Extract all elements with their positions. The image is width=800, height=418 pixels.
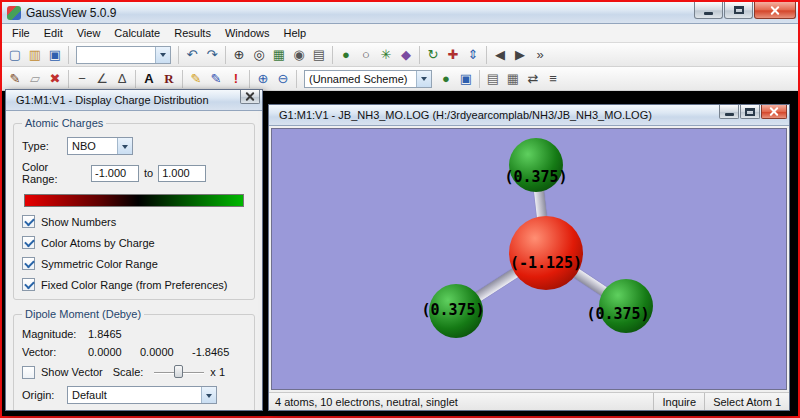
minimize-icon bbox=[704, 12, 713, 15]
molecule-maximize-button[interactable] bbox=[740, 105, 760, 119]
dialog-titlebar[interactable]: G1:M1:V1 - Display Charge Distribution bbox=[6, 90, 262, 111]
menu-edit[interactable]: Edit bbox=[37, 25, 70, 41]
main-window-title: GaussView 5.0.9 bbox=[26, 6, 693, 20]
dialog-close-button[interactable] bbox=[240, 90, 260, 104]
delete-atom-icon[interactable]: ✖ bbox=[45, 69, 65, 89]
toolbar-separator bbox=[182, 70, 183, 88]
next-frame-icon[interactable]: ▶ bbox=[510, 45, 530, 65]
dihedral-tool-icon[interactable]: Δ bbox=[112, 69, 132, 89]
window-maximize-button[interactable] bbox=[724, 2, 753, 19]
charge-type-label: Type: bbox=[22, 140, 62, 152]
open-file-icon[interactable]: ▥ bbox=[25, 45, 45, 65]
apply-scheme-icon[interactable]: ● bbox=[436, 69, 456, 89]
menu-windows[interactable]: Windows bbox=[218, 25, 277, 41]
checkbox-show-vector[interactable]: Show Vector bbox=[22, 366, 103, 379]
charge-label-center: (-1.125) bbox=[510, 254, 582, 272]
warning-icon[interactable]: ! bbox=[226, 69, 246, 89]
r-group-icon[interactable]: R bbox=[159, 69, 179, 89]
color-range-max-input[interactable] bbox=[158, 165, 206, 182]
rotate-view-icon[interactable]: ↻ bbox=[423, 45, 443, 65]
window-minimize-button[interactable] bbox=[694, 2, 723, 19]
molecule-viewport[interactable]: (0.375) (-1.125) (0.375) (0.375) bbox=[271, 128, 787, 390]
toolbar-separator bbox=[68, 70, 69, 88]
nitrogen-atom[interactable] bbox=[509, 216, 583, 290]
charge-type-select[interactable]: NBO bbox=[67, 137, 133, 155]
origin-select[interactable]: Default bbox=[67, 386, 217, 404]
charge-label-top: (0.375) bbox=[504, 168, 567, 186]
symmetrize-icon[interactable]: ◆ bbox=[396, 45, 416, 65]
origin-label: Origin: bbox=[22, 389, 62, 401]
add-fragment-icon[interactable]: ● bbox=[336, 45, 356, 65]
center-view-icon[interactable]: ⊕ bbox=[229, 45, 249, 65]
checkbox-symmetric-color-range[interactable]: Symmetric Color Range bbox=[22, 257, 246, 270]
previous-frame-icon[interactable]: ◀ bbox=[490, 45, 510, 65]
edit-pencil-icon[interactable]: ✎ bbox=[5, 69, 25, 89]
checkbox-label: Show Vector bbox=[41, 366, 103, 378]
new-file-icon[interactable]: ▢ bbox=[5, 45, 25, 65]
close-icon bbox=[769, 106, 779, 117]
molecule-close-button[interactable] bbox=[761, 105, 787, 119]
scale-slider[interactable] bbox=[154, 364, 204, 380]
main-titlebar[interactable]: GaussView 5.0.9 bbox=[2, 2, 798, 24]
highlight-pen-icon[interactable]: ✎ bbox=[186, 69, 206, 89]
redo-icon[interactable]: ↷ bbox=[202, 45, 222, 65]
scheme-combobox[interactable]: (Unnamed Scheme) bbox=[304, 70, 432, 88]
checkbox-fixed-color-range[interactable]: Fixed Color Range (from Preferences) bbox=[22, 278, 246, 291]
file-type-combobox[interactable] bbox=[76, 46, 171, 64]
translate-view-icon[interactable]: ✚ bbox=[443, 45, 463, 65]
grid-icon[interactable]: ▦ bbox=[503, 69, 523, 89]
print-icon[interactable]: ▤ bbox=[309, 45, 329, 65]
marker-pen-icon[interactable]: ✎ bbox=[206, 69, 226, 89]
zoom-out-icon[interactable]: ⊖ bbox=[273, 69, 293, 89]
scheme-combobox-value: (Unnamed Scheme) bbox=[305, 73, 416, 85]
zoom-fit-icon[interactable]: ◎ bbox=[249, 45, 269, 65]
bond-tool-icon[interactable]: − bbox=[72, 69, 92, 89]
slider-thumb[interactable] bbox=[174, 365, 183, 378]
toolbar-separator bbox=[296, 70, 297, 88]
status-select-atom: Select Atom 1 bbox=[704, 393, 789, 410]
add-text-icon[interactable]: A bbox=[139, 69, 159, 89]
menu-help[interactable]: Help bbox=[277, 25, 314, 41]
checkbox-label: Fixed Color Range (from Preferences) bbox=[41, 279, 227, 291]
zoom-view-icon[interactable]: ⇕ bbox=[463, 45, 483, 65]
checkbox-show-numbers[interactable]: Show Numbers bbox=[22, 215, 246, 228]
list-icon[interactable]: ≡ bbox=[543, 69, 563, 89]
charge-label-left: (0.375) bbox=[421, 301, 484, 319]
eraser-icon[interactable]: ▱ bbox=[25, 69, 45, 89]
status-inquire: Inquire bbox=[653, 393, 704, 410]
chevron-down-icon bbox=[117, 138, 132, 154]
angle-tool-icon[interactable]: ∠ bbox=[92, 69, 112, 89]
molecule-minimize-button[interactable] bbox=[719, 105, 739, 119]
scale-label: Scale: bbox=[113, 366, 144, 378]
display-format-icon[interactable]: ▦ bbox=[269, 45, 289, 65]
menu-results[interactable]: Results bbox=[167, 25, 218, 41]
swap-icon[interactable]: ⇄ bbox=[523, 69, 543, 89]
chevron-down-icon bbox=[201, 387, 216, 403]
screenshot-icon[interactable]: ◉ bbox=[289, 45, 309, 65]
dialog-body: Atomic Charges Type: NBO Color Range: to bbox=[6, 111, 262, 410]
checkbox-color-atoms-by-charge[interactable]: Color Atoms by Charge bbox=[22, 236, 246, 249]
menu-calculate[interactable]: Calculate bbox=[107, 25, 167, 41]
layers-icon[interactable]: ▤ bbox=[483, 69, 503, 89]
undo-icon[interactable]: ↶ bbox=[182, 45, 202, 65]
charge-type-value: NBO bbox=[68, 140, 117, 152]
menu-file[interactable]: File bbox=[5, 25, 37, 41]
chevron-down-icon bbox=[155, 47, 170, 63]
menubar: File Edit View Calculate Results Windows… bbox=[2, 24, 798, 43]
zoom-in-icon[interactable]: ⊕ bbox=[253, 69, 273, 89]
color-range-min-input[interactable] bbox=[91, 165, 139, 182]
animate-icon[interactable]: » bbox=[530, 45, 550, 65]
save-icon[interactable]: ▣ bbox=[45, 45, 65, 65]
main-window-controls bbox=[693, 2, 796, 19]
scheme-settings-icon[interactable]: ▣ bbox=[456, 69, 476, 89]
ring-fragment-icon[interactable]: ○ bbox=[356, 45, 376, 65]
clean-structure-icon[interactable]: ✳ bbox=[376, 45, 396, 65]
toolbar-separator bbox=[332, 46, 333, 64]
molecule-window-titlebar[interactable]: G1:M1:V1 - JB_NH3_MO.LOG (H:/3rdyearcomp… bbox=[269, 105, 789, 126]
toolbar-separator bbox=[225, 46, 226, 64]
charge-distribution-dialog: G1:M1:V1 - Display Charge Distribution A… bbox=[5, 89, 263, 411]
vector-x-value: 0.0000 bbox=[88, 346, 140, 358]
window-close-button[interactable] bbox=[754, 2, 796, 19]
menu-view[interactable]: View bbox=[70, 25, 108, 41]
charge-label-right: (0.375) bbox=[586, 305, 649, 323]
